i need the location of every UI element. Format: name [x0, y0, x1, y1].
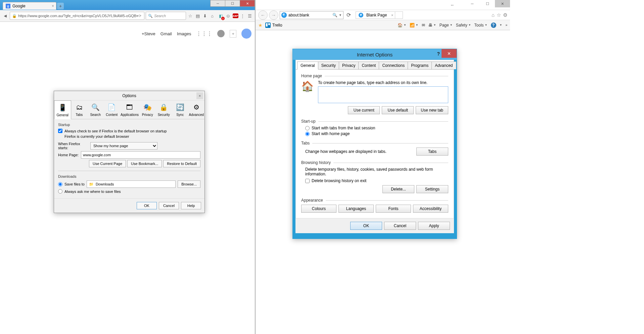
bookmarks-list-icon[interactable]: ▤ — [195, 12, 201, 19]
tab-general[interactable]: General — [297, 61, 318, 70]
favorite-trello[interactable]: Trello — [265, 23, 282, 28]
apps-grid-icon[interactable]: ⋮⋮⋮ — [196, 31, 212, 37]
close-icon[interactable]: × — [391, 13, 393, 17]
browse-button[interactable]: Browse... — [178, 180, 200, 188]
start-home-page-radio[interactable] — [305, 132, 310, 136]
new-tab-button[interactable]: + — [57, 3, 64, 9]
tab-applications[interactable]: 🗔Applications — [120, 100, 139, 119]
menu-icon[interactable]: ☰ — [247, 12, 253, 19]
close-button[interactable]: ✕ — [495, 0, 510, 7]
tab-connections[interactable]: Connections — [379, 61, 408, 69]
downloads-icon[interactable]: ⬇ — [202, 12, 208, 19]
tab-security[interactable]: Security — [318, 61, 339, 69]
page-menu[interactable]: Page▼ — [440, 23, 453, 28]
minimize-button[interactable]: ─ — [465, 0, 480, 7]
help-icon[interactable]: ? — [491, 23, 496, 28]
tab-advanced[interactable]: Advanced — [431, 61, 456, 69]
url-bar[interactable]: 🔒 https://www.google.com.au/?gfe_rd=cr&e… — [10, 12, 144, 20]
restore-default-button[interactable]: Restore to Default — [163, 160, 200, 167]
always-check-checkbox[interactable] — [58, 129, 62, 133]
forward-button[interactable]: → — [269, 10, 278, 20]
favorites-icon[interactable]: ☆ — [497, 12, 501, 18]
tab-privacy[interactable]: 🎭Privacy — [139, 100, 156, 119]
ok-button[interactable]: OK — [350, 222, 382, 230]
feeds-dropdown[interactable]: 📶▼ — [410, 23, 418, 28]
close-button[interactable]: ✕ — [240, 0, 255, 7]
tabs-button[interactable]: Tabs — [416, 148, 448, 156]
abp-icon[interactable]: ABP — [233, 13, 238, 18]
tab-security[interactable]: 🔒Security — [156, 100, 172, 119]
gmail-link[interactable]: Gmail — [160, 31, 172, 36]
help-button[interactable]: Help — [181, 202, 201, 209]
overflow-icon[interactable]: » — [505, 23, 507, 27]
settings-button[interactable]: Settings — [416, 185, 448, 193]
close-icon[interactable]: × — [52, 4, 54, 8]
google-user-link[interactable]: +Steve — [142, 31, 155, 36]
tab-search[interactable]: 🔍Search — [87, 100, 104, 119]
fonts-button[interactable]: Fonts — [376, 205, 411, 213]
share-icon[interactable]: + — [230, 30, 236, 38]
maximize-button[interactable]: ☐ — [225, 0, 240, 7]
firefox-tab[interactable]: g Google × — [3, 2, 56, 10]
dropdown-icon[interactable]: ▼ — [339, 13, 342, 17]
ie-tab[interactable]: Blank Page × — [356, 11, 395, 19]
tab-sync[interactable]: 🔄Sync — [172, 100, 188, 119]
gear-icon[interactable]: ⚙ — [503, 12, 507, 18]
search-bar[interactable]: 🔍 Search — [146, 12, 186, 20]
home-dropdown[interactable]: 🏠▼ — [398, 23, 406, 28]
extension-icon[interactable]: ⊖ — [225, 12, 231, 19]
delete-on-exit-checkbox[interactable] — [305, 179, 310, 183]
help-dropdown-icon[interactable]: ▼ — [500, 24, 502, 27]
new-tab-button[interactable] — [395, 11, 403, 19]
bookmark-star-icon[interactable]: ☆ — [187, 12, 193, 19]
maximize-button[interactable]: ☐ — [480, 0, 495, 7]
images-link[interactable]: Images — [177, 31, 191, 36]
tab-tabs[interactable]: 🗂Tabs — [71, 100, 88, 119]
more-icon[interactable]: ⋮ — [240, 12, 246, 19]
tab-programs[interactable]: Programs — [408, 61, 432, 69]
use-bookmark-button[interactable]: Use Bookmark... — [127, 160, 162, 167]
safety-menu[interactable]: Safety▼ — [456, 23, 471, 28]
accessibility-button[interactable]: Accessibility — [413, 205, 448, 213]
home-icon[interactable]: ⌂ — [209, 12, 215, 19]
when-starts-select[interactable]: Show my home page — [90, 142, 157, 150]
search-icon[interactable]: 🔍 — [332, 13, 337, 17]
home-page-textarea[interactable] — [318, 86, 448, 103]
use-new-tab-button[interactable]: Use new tab — [416, 106, 448, 114]
tab-content[interactable]: 📄Content — [104, 100, 120, 119]
tab-advanced[interactable]: ⚙Advanced — [188, 100, 205, 119]
add-favorite-icon[interactable]: ★ — [258, 23, 263, 28]
refresh-button[interactable]: ⟳ — [345, 11, 352, 19]
close-button[interactable]: ✕ — [442, 49, 457, 58]
help-button[interactable]: ? — [437, 51, 440, 56]
start-last-session-radio[interactable] — [305, 126, 310, 130]
use-current-page-button[interactable]: Use Current Page — [89, 160, 126, 167]
tab-general[interactable]: 📱General — [54, 100, 71, 119]
avatar-icon[interactable] — [241, 29, 251, 39]
use-default-button[interactable]: Use default — [382, 106, 414, 114]
tab-privacy[interactable]: Privacy — [339, 61, 359, 69]
delete-button[interactable]: Delete... — [382, 185, 414, 193]
apply-button[interactable]: Apply — [418, 222, 450, 230]
extension-icon[interactable]: ◧0 — [218, 12, 224, 19]
home-page-input[interactable] — [81, 151, 200, 159]
save-files-to-radio[interactable] — [58, 182, 62, 186]
reload-icon[interactable]: ⟳ — [138, 14, 141, 18]
always-ask-radio[interactable] — [58, 189, 62, 194]
minimize-button[interactable]: ─ — [210, 0, 225, 7]
tools-menu[interactable]: Tools▼ — [474, 23, 488, 28]
cancel-button[interactable]: Cancel — [159, 202, 179, 209]
back-button[interactable]: ◄ — [2, 12, 8, 20]
tab-content[interactable]: Content — [358, 61, 379, 69]
mail-icon[interactable]: ✉ — [422, 23, 425, 28]
notifications-icon[interactable] — [217, 30, 225, 37]
cancel-button[interactable]: Cancel — [384, 222, 416, 230]
print-dropdown[interactable]: 🖶▼ — [428, 23, 436, 28]
back-button[interactable]: ← — [258, 10, 268, 20]
url-bar[interactable]: about:blank 🔍 ▼ — [280, 11, 343, 19]
colours-button[interactable]: Colours — [301, 205, 336, 213]
use-current-button[interactable]: Use current — [348, 106, 380, 114]
languages-button[interactable]: Languages — [338, 205, 374, 213]
ok-button[interactable]: OK — [137, 202, 157, 209]
home-icon[interactable]: ⌂ — [492, 12, 495, 18]
